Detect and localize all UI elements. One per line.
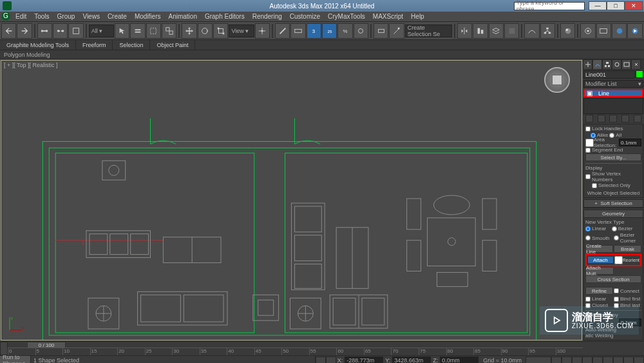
menu-tools[interactable]: Tools xyxy=(30,12,53,21)
modifier-stack-item-highlighted[interactable]: ▣ Line xyxy=(583,89,643,97)
bind-first-checkbox[interactable] xyxy=(614,297,619,302)
area-selection-spinner[interactable]: 0.1mm xyxy=(619,139,641,146)
ribbon-tab-selection[interactable]: Selection xyxy=(113,40,150,50)
graphite-icon[interactable] xyxy=(504,23,519,39)
object-color-swatch[interactable] xyxy=(636,70,643,78)
object-name-field[interactable]: Line001 xyxy=(583,70,635,79)
snap-toggle-icon[interactable]: 3 xyxy=(307,23,321,39)
create-line-button[interactable]: Create Line xyxy=(585,245,613,253)
bind-icon[interactable] xyxy=(68,23,83,39)
render-setup-icon[interactable] xyxy=(580,23,595,39)
menu-graph-editors[interactable]: Graph Editors xyxy=(201,12,249,21)
named-selection-icon[interactable] xyxy=(374,23,388,39)
select-name-icon[interactable] xyxy=(130,23,145,39)
pan-icon[interactable] xyxy=(603,357,613,364)
render-production-icon[interactable] xyxy=(627,23,642,39)
curve-editor-icon[interactable] xyxy=(524,23,539,39)
scale-icon[interactable] xyxy=(213,23,228,39)
z-coord-field[interactable]: 0.0mm xyxy=(440,357,478,364)
menu-modifiers[interactable]: Modifiers xyxy=(131,12,165,21)
linear-radio[interactable] xyxy=(585,226,591,231)
keyboard-icon[interactable] xyxy=(290,23,305,39)
ribbon-tab-graphite[interactable]: Graphite Modeling Tools xyxy=(0,40,76,50)
soft-selection-header[interactable]: + Soft Selection xyxy=(584,200,643,208)
goto-end-icon[interactable] xyxy=(582,357,592,364)
app-icon[interactable] xyxy=(3,1,12,10)
window-crossing-icon[interactable] xyxy=(162,23,176,39)
align-icon[interactable] xyxy=(473,23,488,39)
mirror-icon[interactable] xyxy=(457,23,472,39)
pivot-icon[interactable] xyxy=(255,23,270,39)
menu-views[interactable]: Views xyxy=(79,12,104,21)
absolute-mode-icon[interactable] xyxy=(326,357,336,364)
menu-edit[interactable]: Edit xyxy=(12,12,30,21)
modifier-list-dropdown[interactable]: Modifier List▾ xyxy=(583,80,643,88)
display-tab-icon[interactable] xyxy=(621,59,631,70)
ribbon-tab-object-paint[interactable]: Object Paint xyxy=(150,40,195,50)
percent-snap-icon[interactable]: % xyxy=(337,23,352,39)
spinner-snap-icon[interactable] xyxy=(354,23,368,39)
manipulate-icon[interactable] xyxy=(275,23,290,39)
menu-maxscript[interactable]: MAXScript xyxy=(369,12,407,21)
viewport[interactable]: [ + ][ Top ][ Realistic ] xyxy=(1,60,582,340)
layers-icon[interactable] xyxy=(489,23,504,39)
menu-rendering[interactable]: Rendering xyxy=(249,12,286,21)
edit-named-selections-icon[interactable] xyxy=(389,23,404,39)
material-editor-icon[interactable] xyxy=(560,23,575,39)
attach-mult-button[interactable]: Attach Mult. xyxy=(585,267,614,275)
auto-key-button[interactable] xyxy=(526,357,551,364)
zoom-extents-icon[interactable] xyxy=(623,357,634,364)
selected-only-checkbox[interactable] xyxy=(592,183,597,188)
schematic-view-icon[interactable] xyxy=(540,23,555,39)
viewport-label[interactable]: [ + ][ Top ][ Realistic ] xyxy=(4,62,58,68)
remove-modifier-icon[interactable] xyxy=(621,115,629,123)
zoom-icon[interactable] xyxy=(613,357,623,364)
link-icon[interactable] xyxy=(37,23,52,39)
menu-customize[interactable]: Customize xyxy=(286,12,324,21)
next-frame-icon[interactable] xyxy=(572,357,582,364)
undo-icon[interactable] xyxy=(1,23,16,39)
modifier-stack-area[interactable] xyxy=(583,98,643,114)
show-end-result-icon[interactable] xyxy=(598,115,605,123)
selection-filter-dropdown[interactable]: All ▾ xyxy=(89,25,114,37)
linear-checkbox[interactable] xyxy=(585,297,591,302)
reorient-checkbox[interactable] xyxy=(614,256,623,264)
timeline-toggle-icon[interactable] xyxy=(0,342,8,355)
prev-frame-icon[interactable] xyxy=(551,357,562,364)
app-menu-icon[interactable]: G xyxy=(0,10,12,23)
play-icon[interactable] xyxy=(562,357,572,364)
pin-stack-icon[interactable] xyxy=(585,115,593,123)
ref-coord-dropdown[interactable]: View ▾ xyxy=(229,25,254,37)
move-icon[interactable] xyxy=(182,23,196,39)
redo-icon[interactable] xyxy=(17,23,32,39)
modify-tab-icon[interactable] xyxy=(592,59,602,70)
menu-animation[interactable]: Animation xyxy=(164,12,200,21)
segment-end-checkbox[interactable] xyxy=(585,148,591,153)
orbit-icon[interactable] xyxy=(634,357,644,364)
menu-create[interactable]: Create xyxy=(104,12,131,21)
menu-group[interactable]: Group xyxy=(53,12,79,21)
smooth-radio[interactable] xyxy=(585,235,591,240)
configure-sets-icon[interactable] xyxy=(634,115,641,123)
refine-button[interactable]: Refine xyxy=(585,287,613,295)
ribbon-tab-freeform[interactable]: Freeform xyxy=(76,40,113,50)
maximize-button[interactable]: □ xyxy=(607,1,625,10)
angle-snap-icon[interactable]: 25 xyxy=(322,23,337,39)
lock-handles-checkbox[interactable] xyxy=(585,126,591,132)
render-frame-icon[interactable] xyxy=(596,23,611,39)
ribbon-subpanel[interactable]: Polygon Modeling xyxy=(0,50,644,59)
motion-tab-icon[interactable] xyxy=(612,59,621,70)
menu-crymaxtools[interactable]: CryMaxTools xyxy=(324,12,369,21)
viewport-area[interactable]: [ + ][ Top ][ Realistic ] xyxy=(0,59,583,341)
x-coord-field[interactable]: -288.773m xyxy=(345,357,383,364)
select-by-button[interactable]: Select By... xyxy=(585,153,641,161)
bezier-corner-radio[interactable] xyxy=(614,235,619,240)
named-selection-dropdown[interactable]: Create Selection Se xyxy=(405,25,452,37)
lock-selection-icon[interactable] xyxy=(316,357,326,364)
isolate-icon[interactable] xyxy=(592,357,603,364)
close-button[interactable]: ✕ xyxy=(625,1,643,10)
rotate-icon[interactable] xyxy=(198,23,213,39)
geometry-header[interactable]: Geometry xyxy=(584,210,643,218)
utilities-tab-icon[interactable] xyxy=(631,59,641,70)
timeline-ruler[interactable]: 0 5 10 15 20 25 30 35 40 45 50 55 60 65 … xyxy=(8,348,583,355)
